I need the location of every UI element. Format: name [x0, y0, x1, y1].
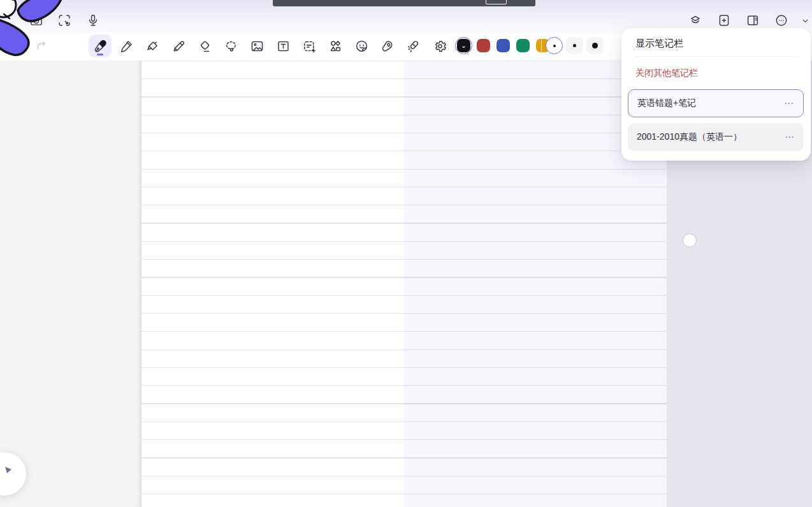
- notebar-item-selected[interactable]: 英语错题+笔记 ⋯: [628, 89, 804, 117]
- color-swatch-3[interactable]: [514, 37, 532, 54]
- layers-button[interactable]: [686, 11, 704, 29]
- tool-laser-pointer[interactable]: [402, 34, 425, 57]
- side-panel-button[interactable]: [744, 11, 762, 29]
- stroke-size-group: [546, 37, 604, 54]
- tool-settings[interactable]: [428, 34, 451, 57]
- color-palette: ⌄: [455, 37, 551, 54]
- swatch-chevron-icon: ⌄: [457, 39, 470, 52]
- app-window: ⌄ 显示笔记栏 关闭其他笔记栏 英语错题+笔记 ⋯ 2001-2010真题（英语…: [0, 0, 812, 507]
- color-swatch-0[interactable]: ⌄: [455, 37, 472, 54]
- panel-title: 显示笔记栏: [635, 36, 683, 51]
- camera-cutout-frame: [486, 0, 507, 4]
- color-swatch-1[interactable]: [475, 37, 492, 54]
- collapse-toolbar-chevron[interactable]: [799, 14, 811, 27]
- camera-button[interactable]: [27, 11, 45, 29]
- tool-lasso[interactable]: [219, 34, 242, 57]
- add-page-button[interactable]: [715, 11, 733, 29]
- stroke-size-1[interactable]: [566, 37, 583, 54]
- toolbar-divider-2: [541, 38, 542, 54]
- stroke-size-2[interactable]: [586, 37, 604, 54]
- panel-divider: [635, 56, 797, 57]
- fab-arrow-icon: [4, 466, 12, 474]
- tool-sticker[interactable]: [350, 34, 373, 57]
- tool-shapes[interactable]: [324, 34, 347, 57]
- tool-highlighter[interactable]: [141, 34, 164, 57]
- more-menu-button[interactable]: [772, 11, 790, 29]
- notebar-resize-handle[interactable]: [683, 233, 697, 247]
- notebar-item-label: 2001-2010真题（英语一）: [637, 131, 785, 143]
- notebar-item-label: 英语错题+笔记: [637, 98, 784, 109]
- tool-pencil[interactable]: [167, 34, 190, 57]
- tool-text[interactable]: [272, 34, 294, 57]
- notebar-item[interactable]: 2001-2010真题（英语一） ⋯: [628, 123, 804, 151]
- toolbar-divider: [453, 38, 454, 54]
- stroke-size-0[interactable]: [546, 37, 563, 54]
- color-swatch-2[interactable]: [495, 37, 512, 54]
- tool-fountain-pen[interactable]: [89, 34, 112, 57]
- tool-eraser[interactable]: [193, 34, 216, 57]
- notebar-item-more-button[interactable]: ⋯: [785, 131, 795, 143]
- tool-ballpoint-pen[interactable]: [115, 34, 138, 57]
- redo-button[interactable]: [33, 37, 50, 55]
- note-paper-canvas[interactable]: [141, 61, 667, 507]
- tool-image[interactable]: [245, 34, 268, 57]
- tool-group: [89, 34, 451, 57]
- status-notch-bar: [273, 0, 535, 6]
- screenshot-crop-button[interactable]: [55, 11, 73, 29]
- microphone-button[interactable]: [84, 11, 102, 29]
- notebar-item-more-button[interactable]: ⋯: [784, 98, 794, 109]
- tool-insert-card[interactable]: [298, 34, 321, 57]
- tool-tape[interactable]: [376, 34, 399, 57]
- notebar-dropdown-panel: 显示笔记栏 关闭其他笔记栏 英语错题+笔记 ⋯ 2001-2010真题（英语一）…: [621, 28, 811, 161]
- canvas-left-margin: [0, 61, 141, 507]
- close-other-notebars-action[interactable]: 关闭其他笔记栏: [635, 65, 698, 80]
